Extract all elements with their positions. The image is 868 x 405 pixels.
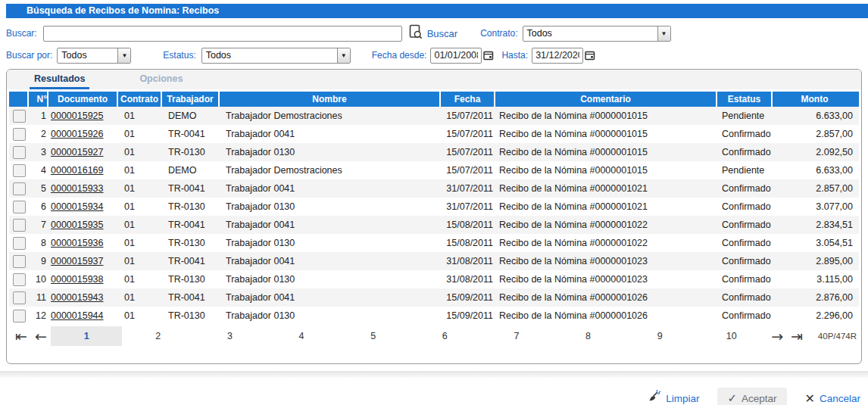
row-number: 1 [29,111,48,121]
table-row: 3 0000015927 01 TR-0130 Trabajador 0130 … [9,143,859,161]
document-link[interactable]: 0000016169 [51,165,104,176]
next-page-icon[interactable]: → [767,326,787,346]
page-number[interactable]: 8 [552,326,624,346]
fecha-desde-input[interactable] [430,48,482,64]
row-number: 7 [29,220,48,230]
page-number[interactable]: 9 [624,326,696,346]
cancelar-button[interactable]: ✕ Cancelar [805,391,860,405]
document-link[interactable]: 0000015937 [51,256,104,266]
cell-comentario: Recibo de la Nómina #0000001022 [495,220,717,230]
first-page-icon[interactable]: ⇤ [11,326,31,346]
row-select-checkbox[interactable] [13,110,26,123]
tab-opciones[interactable]: Opciones [135,73,187,89]
results-panel: Resultados Opciones N° Documento Contrat… [6,69,862,364]
document-link[interactable]: 0000015944 [51,310,104,321]
pagination-summary: 40P/474R [807,332,857,341]
header-monto: Monto [773,92,859,107]
table-row: 12 0000015944 01 TR-0130 Trabajador 0130… [9,307,859,325]
buscar-por-select[interactable]: Todos [57,48,131,64]
cell-nombre: Trabajador 0130 [220,310,441,321]
cell-fecha: 31/07/2011 [441,183,495,194]
fecha-desde-label: Fecha desde: [372,50,427,61]
document-link[interactable]: 0000015933 [51,183,104,194]
cell-trabajador: DEMO [162,111,220,121]
cell-comentario: Recibo de la Nómina #0000001021 [495,183,717,194]
row-select-checkbox[interactable] [13,255,26,268]
cell-trabajador: TR-0041 [162,292,220,303]
row-select-checkbox[interactable] [13,273,26,286]
cell-comentario: Recibo de la Nómina #0000001023 [495,256,717,266]
contrato-select-value: Todos [523,26,657,41]
buscar-por-label: Buscar por: [6,50,52,61]
row-select-checkbox[interactable] [13,291,26,304]
cell-estatus: Confirmado [717,129,773,139]
cell-fecha: 31/08/2011 [441,256,495,266]
table-row: 9 0000015937 01 TR-0041 Trabajador 0041 … [9,252,859,270]
cell-trabajador: TR-0130 [162,201,220,212]
cell-trabajador: TR-0041 [162,183,220,194]
cell-monto: 3.077,00 [773,201,859,212]
cell-nombre: Trabajador Demostraciones [220,111,441,121]
cell-estatus: Confirmado [717,220,773,230]
row-select-checkbox[interactable] [13,219,26,232]
prev-page-icon[interactable]: ← [31,326,51,346]
row-select-checkbox[interactable] [13,182,26,195]
page-number[interactable]: 6 [409,326,481,346]
row-select-checkbox[interactable] [13,237,26,250]
cell-monto: 2.876,00 [773,292,859,303]
cell-trabajador: TR-0041 [162,256,220,266]
document-link[interactable]: 0000015938 [51,274,104,285]
row-select-checkbox[interactable] [13,128,26,141]
tab-resultados[interactable]: Resultados [30,73,89,89]
table-row: 7 0000015935 01 TR-0041 Trabajador 0041 … [9,216,859,234]
last-page-icon[interactable]: ⇥ [787,326,807,346]
footer-actions: Limpiar ✓ Aceptar ✕ Cancelar [0,388,860,405]
page-number[interactable]: 1 [51,326,123,346]
row-number: 9 [29,256,48,266]
page-number[interactable]: 5 [337,326,409,346]
document-link[interactable]: 0000015926 [51,129,104,139]
page-number[interactable]: 4 [266,326,338,346]
cell-comentario: Recibo de la Nómina #0000001015 [495,165,717,176]
page-number[interactable]: 2 [122,326,194,346]
cell-monto: 2.857,00 [773,129,859,139]
hasta-input[interactable] [532,48,583,64]
cell-nombre: Trabajador 0041 [220,256,441,266]
row-select-checkbox[interactable] [13,164,26,177]
table-body: 1 0000015925 01 DEMO Trabajador Demostra… [9,107,859,325]
chevron-down-icon[interactable] [337,48,350,63]
cell-contrato: 01 [118,129,162,139]
chevron-down-icon[interactable] [657,26,670,41]
document-link[interactable]: 0000015935 [51,220,104,230]
document-link[interactable]: 0000015925 [51,111,104,121]
page-number[interactable]: 7 [481,326,553,346]
table-row: 6 0000015934 01 TR-0130 Trabajador 0130 … [9,198,859,216]
aceptar-button[interactable]: ✓ Aceptar [717,388,786,405]
page-number[interactable]: 10 [695,326,767,346]
document-link[interactable]: 0000015934 [51,201,104,212]
table-row: 5 0000015933 01 TR-0041 Trabajador 0041 … [9,179,859,198]
calendar-icon[interactable] [483,50,494,61]
search-button[interactable]: Buscar [409,24,457,42]
estatus-select[interactable]: Todos [201,48,351,64]
cell-contrato: 01 [118,256,162,266]
cell-monto: 6.633,00 [773,165,859,176]
header-trabajador: Trabajador [162,92,220,107]
document-link[interactable]: 0000015943 [51,292,104,303]
cell-estatus: Pendiente [717,111,773,121]
row-select-checkbox[interactable] [13,146,26,159]
cell-estatus: Confirmado [717,256,773,266]
cell-monto: 2.857,00 [773,183,859,194]
calendar-icon[interactable] [585,50,595,61]
cell-contrato: 01 [118,238,162,248]
contrato-select[interactable]: Todos [523,26,671,42]
cell-contrato: 01 [118,201,162,212]
document-link[interactable]: 0000015927 [51,147,104,157]
chevron-down-icon[interactable] [117,48,130,63]
row-select-checkbox[interactable] [13,201,26,213]
document-link[interactable]: 0000015936 [51,238,104,248]
limpiar-button[interactable]: Limpiar [647,390,699,405]
search-input[interactable] [43,26,402,42]
row-select-checkbox[interactable] [13,310,26,322]
page-number[interactable]: 3 [194,326,266,346]
